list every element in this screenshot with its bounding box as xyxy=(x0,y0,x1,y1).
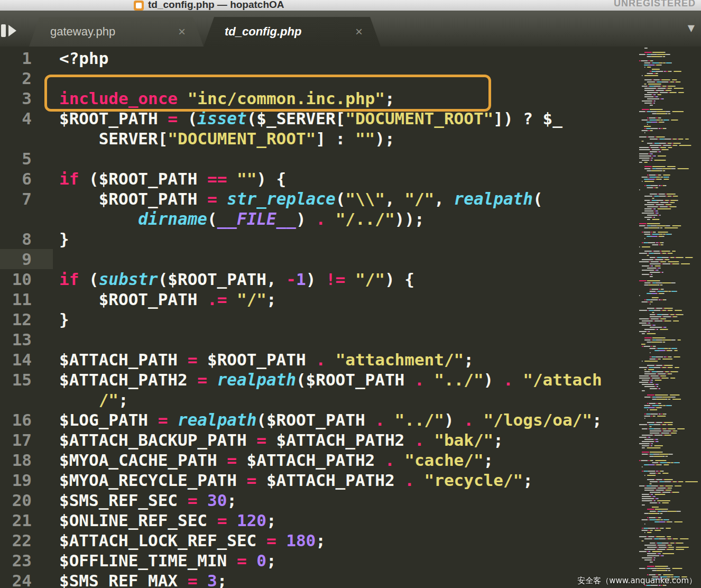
line-number: 3 xyxy=(0,88,53,108)
code-token: 30 xyxy=(207,491,227,510)
code-token: $ONLINE_REF_SEC xyxy=(59,511,217,530)
tab-overflow-icon[interactable]: ▼ xyxy=(688,21,695,34)
tab-close-icon[interactable]: × xyxy=(178,17,186,47)
code-line[interactable] xyxy=(59,249,602,269)
line-number: 24 xyxy=(0,571,53,588)
code-line[interactable]: } xyxy=(59,229,602,249)
code-line[interactable]: $ATTACH_PATH2 = realpath($ROOT_PATH . ".… xyxy=(59,370,602,390)
code-token: ($ROOT_PATH xyxy=(79,169,207,188)
line-number: 10 xyxy=(0,269,53,289)
code-line[interactable]: $SMS_REF_MAX = 3; xyxy=(59,571,602,588)
code-token: substr xyxy=(99,270,158,289)
code-token: = xyxy=(207,189,217,208)
line-number: 12 xyxy=(0,309,53,329)
code-line[interactable]: if (substr($ROOT_PATH, -1) != "/") { xyxy=(59,269,602,289)
code-token: SERVER[ xyxy=(59,129,168,148)
line-number: 8 xyxy=(0,229,53,249)
code-token: = xyxy=(168,109,178,128)
code-token: ; xyxy=(316,531,326,550)
code-token: ) { xyxy=(385,270,414,289)
sidebar-controls xyxy=(1,24,16,37)
code-line[interactable]: $ONLINE_REF_SEC = 120; xyxy=(59,510,602,530)
code-line[interactable]: if ($ROOT_PATH == "") { xyxy=(59,169,602,189)
code-token: $ATTACH_PATH2 xyxy=(59,370,197,389)
code-token xyxy=(59,390,99,409)
code-token: } xyxy=(59,310,69,329)
code-token xyxy=(168,410,178,429)
code-line[interactable]: $SMS_REF_SEC = 30; xyxy=(59,490,602,510)
code-line[interactable]: $MYOA_RECYCLE_PATH = $ATTACH_PATH2 . "re… xyxy=(59,470,602,490)
code-line[interactable]: $ROOT_PATH .= "/"; xyxy=(59,289,602,309)
code-token: ( xyxy=(79,270,98,289)
code-token: "DOCUMENT_ROOT" xyxy=(345,109,493,128)
line-number: 21 xyxy=(0,510,53,530)
code-line[interactable]: } xyxy=(59,309,602,329)
code-line[interactable]: $ROOT_PATH = str_replace("\\", "/", real… xyxy=(59,189,602,209)
code-line[interactable]: $ATTACH_LOCK_REF_SEC = 180; xyxy=(59,530,602,550)
code-line[interactable]: $ATTACH_PATH = $ROOT_PATH . "attachment/… xyxy=(59,350,602,370)
line-number: 20 xyxy=(0,490,53,510)
code-line[interactable]: $LOG_PATH = realpath($ROOT_PATH . "../")… xyxy=(59,410,602,430)
code-token: realpath xyxy=(454,189,533,208)
code-token: ; xyxy=(217,571,227,588)
line-number: 13 xyxy=(0,329,53,350)
code-line[interactable] xyxy=(59,68,602,88)
code-token: "../" xyxy=(434,370,483,389)
code-token xyxy=(326,350,336,369)
line-number: 18 xyxy=(0,450,53,470)
code-line[interactable]: SERVER["DOCUMENT_ROOT"] : ""); xyxy=(59,128,602,149)
tab-bar: gateway.php × td_config.php × ▼ xyxy=(0,11,701,47)
code-token: = xyxy=(197,370,207,389)
code-area[interactable]: <?phpinclude_once "inc/common.inc.php";$… xyxy=(53,48,602,588)
code-line[interactable]: dirname(__FILE__) . "/../")); xyxy=(59,209,602,229)
code-line[interactable]: $ROOT_PATH = (isset($_SERVER["DOCUMENT_R… xyxy=(59,108,602,128)
line-number: 6 xyxy=(0,169,53,189)
code-token: ( xyxy=(178,109,197,128)
code-token: 3 xyxy=(207,571,217,588)
code-token: isset xyxy=(197,109,246,128)
tab-gateway-php[interactable]: gateway.php × xyxy=(29,17,204,47)
code-token: = xyxy=(217,511,227,530)
minimap[interactable] xyxy=(637,47,701,588)
code-token: . xyxy=(375,410,385,429)
code-line[interactable]: $MYOA_CACHE_PATH = $ATTACH_PATH2 . "cach… xyxy=(59,450,602,470)
code-token: = xyxy=(227,451,237,470)
code-token xyxy=(227,169,237,188)
code-token: = xyxy=(158,410,168,429)
code-token: - xyxy=(286,270,296,289)
editor[interactable]: 123456789101112131415161718192021222324 … xyxy=(0,47,701,588)
code-line[interactable] xyxy=(59,149,602,169)
code-token: "/logs/oa/" xyxy=(484,410,592,429)
code-token: ($ROOT_PATH xyxy=(256,410,375,429)
code-token xyxy=(326,209,336,228)
code-token: = xyxy=(247,471,257,490)
code-token: $SMS_REF_SEC xyxy=(59,491,188,510)
code-line[interactable]: include_once "inc/common.inc.php"; xyxy=(59,88,602,108)
tab-td-config-php[interactable]: td_config.php × xyxy=(204,17,381,47)
code-token: "cache/" xyxy=(404,451,483,470)
code-line[interactable]: /"; xyxy=(59,390,602,410)
code-token: ; xyxy=(493,430,503,449)
code-line[interactable]: $ATTACH_BACKUP_PATH = $ATTACH_PATH2 . "b… xyxy=(59,430,602,450)
code-token: "DOCUMENT_ROOT" xyxy=(168,129,316,148)
code-token: /" xyxy=(99,390,118,409)
code-token: "bak/" xyxy=(434,430,493,449)
sidebar-expand-icon[interactable] xyxy=(8,25,16,36)
code-token xyxy=(227,511,237,530)
line-number xyxy=(0,390,53,410)
code-token: $ATTACH_PATH xyxy=(59,350,188,369)
code-token: $ROOT_PATH xyxy=(59,189,207,208)
code-line[interactable]: <?php xyxy=(59,48,602,68)
code-token: , xyxy=(434,189,454,208)
code-token: if xyxy=(59,270,79,289)
code-token: ($_SERVER[ xyxy=(247,109,346,128)
code-token xyxy=(59,209,138,228)
code-line[interactable] xyxy=(59,329,602,350)
code-token xyxy=(474,410,484,429)
code-token: ) xyxy=(296,209,316,228)
code-line[interactable]: $OFFLINE_TIME_MIN = 0; xyxy=(59,550,602,571)
code-token: "/attach xyxy=(523,370,602,389)
code-token: $ATTACH_BACKUP_PATH xyxy=(59,430,256,449)
tab-close-icon[interactable]: × xyxy=(355,17,363,47)
sidebar-toggle-icon[interactable] xyxy=(1,24,6,37)
